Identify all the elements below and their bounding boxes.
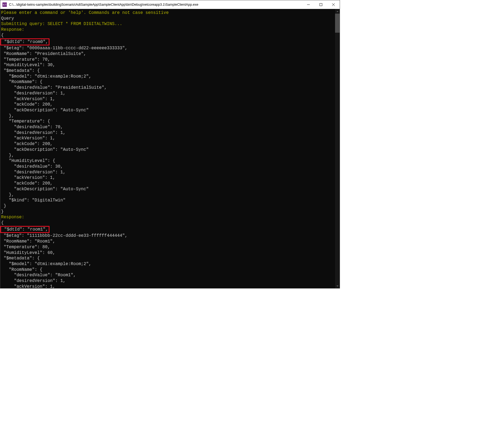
vertical-scrollbar[interactable] <box>335 9 340 288</box>
maximize-icon <box>320 3 322 6</box>
scroll-up-button[interactable] <box>335 9 340 14</box>
console-output[interactable]: Please enter a command or 'help'. Comman… <box>0 9 335 288</box>
json-body-2: "$etag": "1111bbbb-22cc-dddd-ee33-ffffff… <box>1 233 128 288</box>
response-label-2: Response: <box>1 215 24 220</box>
console-area: Please enter a command or 'help'. Comman… <box>0 9 340 288</box>
json-open-2: { <box>1 220 4 225</box>
maximize-button[interactable] <box>315 0 327 9</box>
dtid-line-2: "$dtId": "room1", <box>2 227 48 232</box>
json-body-1: "$etag": "0000aaaa-11bb-cccc-dd22-eeeeee… <box>1 46 128 214</box>
minimize-icon <box>307 3 310 6</box>
scroll-down-button[interactable] <box>335 284 340 288</box>
scroll-thumb[interactable] <box>335 14 340 33</box>
dtid-highlight-2: "$dtId": "room1", <box>0 226 49 233</box>
query-line: Query <box>1 16 14 21</box>
svg-marker-5 <box>336 286 339 287</box>
titlebar[interactable]: C:\ C:\...\digital-twins-samples\buildin… <box>0 0 340 9</box>
prompt-text: Please enter a command or 'help'. Comman… <box>1 10 169 15</box>
close-icon <box>332 3 335 6</box>
app-icon: C:\ <box>2 2 7 7</box>
dtid-highlight-1: "$dtId": "room0", <box>0 38 49 46</box>
minimize-button[interactable] <box>302 0 315 9</box>
window-controls <box>302 0 340 9</box>
app-window: C:\ C:\...\digital-twins-samples\buildin… <box>0 0 340 289</box>
svg-rect-1 <box>320 3 322 6</box>
submit-line: Submitting query: SELECT * FROM DIGITALT… <box>1 22 122 26</box>
json-open-1: { <box>1 33 4 38</box>
chevron-down-icon <box>336 286 339 287</box>
chevron-up-icon <box>336 11 339 12</box>
window-title: C:\...\digital-twins-samples\buildingSce… <box>9 3 302 7</box>
svg-marker-4 <box>336 11 339 12</box>
close-button[interactable] <box>327 0 340 9</box>
dtid-line-1: "$dtId": "room0", <box>2 39 48 44</box>
response-label-1: Response: <box>1 27 24 32</box>
